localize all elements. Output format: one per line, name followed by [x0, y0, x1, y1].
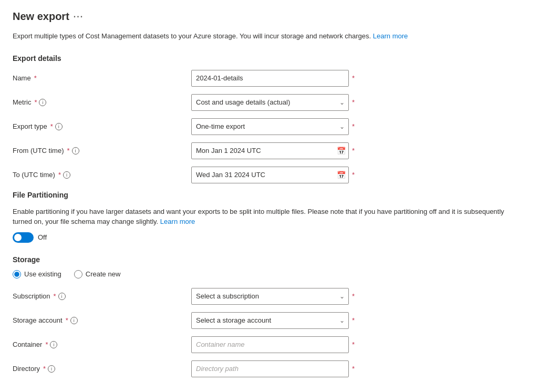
storage-section-title: Storage	[13, 255, 525, 264]
subscription-label: Subscription * i	[13, 292, 191, 300]
metric-select[interactable]: Cost and usage details (actual) Cost and…	[191, 94, 349, 111]
storage-account-select[interactable]: Select a storage account	[191, 312, 349, 329]
export-type-info-icon[interactable]: i	[55, 123, 63, 130]
from-info-icon[interactable]: i	[72, 147, 79, 154]
file-partitioning-section: File Partitioning Enable partitioning if…	[13, 191, 525, 243]
metric-row: Metric * i Cost and usage details (actua…	[13, 94, 525, 111]
metric-select-wrapper: Cost and usage details (actual) Cost and…	[191, 94, 349, 111]
container-control: *	[191, 336, 355, 353]
container-input[interactable]	[191, 336, 349, 353]
subscription-control: Select a subscription ⌄ *	[191, 288, 355, 305]
export-type-required-star: *	[352, 122, 355, 130]
learn-more-link-partitioning[interactable]: Learn more	[160, 218, 195, 225]
more-options-icon[interactable]: ···	[74, 12, 84, 22]
subscription-row: Subscription * i Select a subscription ⌄…	[13, 288, 525, 305]
subscription-info-icon[interactable]: i	[58, 293, 66, 300]
use-existing-radio[interactable]	[13, 270, 21, 278]
name-control: *	[191, 70, 355, 87]
create-new-radio[interactable]	[74, 270, 82, 278]
page-title: New export	[13, 11, 69, 23]
directory-row: Directory * i *	[13, 360, 525, 377]
storage-account-required-star: *	[352, 316, 355, 324]
subscription-select[interactable]: Select a subscription	[191, 288, 349, 305]
to-row: To (UTC time) * i 📅 *	[13, 167, 525, 183]
storage-account-info-icon[interactable]: i	[70, 317, 78, 324]
learn-more-link-top[interactable]: Learn more	[373, 32, 408, 40]
to-date-input[interactable]	[191, 167, 349, 183]
name-required: *	[34, 74, 37, 82]
directory-label: Directory * i	[13, 365, 191, 373]
storage-section: Storage Use existing Create new Subscrip…	[13, 255, 525, 377]
to-date-wrap: 📅	[191, 167, 349, 183]
to-control: 📅 *	[191, 167, 355, 183]
to-required-star: *	[352, 171, 355, 179]
storage-radio-group: Use existing Create new	[13, 270, 525, 278]
from-control: 📅 *	[191, 142, 355, 159]
storage-account-control: Select a storage account ⌄ *	[191, 312, 355, 329]
directory-info-icon[interactable]: i	[48, 365, 55, 373]
container-label: Container * i	[13, 341, 191, 348]
name-input[interactable]	[191, 70, 349, 87]
export-type-select-wrapper: One-time export Daily export Monthly exp…	[191, 118, 349, 135]
storage-account-label: Storage account * i	[13, 316, 191, 324]
file-partitioning-description: Enable partitioning if you have larger d…	[13, 207, 525, 227]
page-title-bar: New export ···	[13, 11, 525, 23]
container-row: Container * i *	[13, 336, 525, 353]
use-existing-option[interactable]: Use existing	[13, 270, 61, 278]
subscription-select-wrapper: Select a subscription ⌄	[191, 288, 349, 305]
from-date-input[interactable]	[191, 142, 349, 159]
from-label: From (UTC time) * i	[13, 147, 191, 154]
from-date-wrap: 📅	[191, 142, 349, 159]
export-type-row: Export type * i One-time export Daily ex…	[13, 118, 525, 135]
description-text: Export multiple types of Cost Management…	[13, 32, 371, 40]
from-required-star: *	[352, 147, 355, 154]
toggle-label: Off	[38, 233, 47, 241]
name-required-star: *	[352, 74, 355, 82]
name-row: Name * *	[13, 70, 525, 87]
toggle-row: Off	[13, 232, 525, 243]
subscription-required-star: *	[352, 292, 355, 300]
name-label: Name *	[13, 74, 191, 82]
container-required-star: *	[352, 341, 355, 348]
export-type-control: One-time export Daily export Monthly exp…	[191, 118, 355, 135]
to-info-icon[interactable]: i	[63, 171, 70, 179]
toggle-knob	[14, 234, 22, 241]
storage-account-row: Storage account * i Select a storage acc…	[13, 312, 525, 329]
directory-input[interactable]	[191, 360, 349, 377]
metric-label: Metric * i	[13, 98, 191, 106]
from-row: From (UTC time) * i 📅 *	[13, 142, 525, 159]
metric-info-icon[interactable]: i	[39, 99, 46, 106]
export-type-select[interactable]: One-time export Daily export Monthly exp…	[191, 118, 349, 135]
metric-required-star: *	[352, 98, 355, 106]
container-info-icon[interactable]: i	[50, 341, 57, 348]
file-partitioning-title: File Partitioning	[13, 191, 525, 199]
create-new-label: Create new	[86, 270, 120, 278]
use-existing-label: Use existing	[24, 270, 61, 278]
export-details-section-title: Export details	[13, 54, 525, 63]
directory-required-star: *	[352, 365, 355, 373]
page-description: Export multiple types of Cost Management…	[13, 31, 525, 42]
directory-control: *	[191, 360, 355, 377]
partitioning-toggle[interactable]	[13, 232, 34, 243]
storage-account-select-wrapper: Select a storage account ⌄	[191, 312, 349, 329]
create-new-option[interactable]: Create new	[74, 270, 120, 278]
export-type-label: Export type * i	[13, 122, 191, 130]
metric-control: Cost and usage details (actual) Cost and…	[191, 94, 355, 111]
to-label: To (UTC time) * i	[13, 171, 191, 179]
